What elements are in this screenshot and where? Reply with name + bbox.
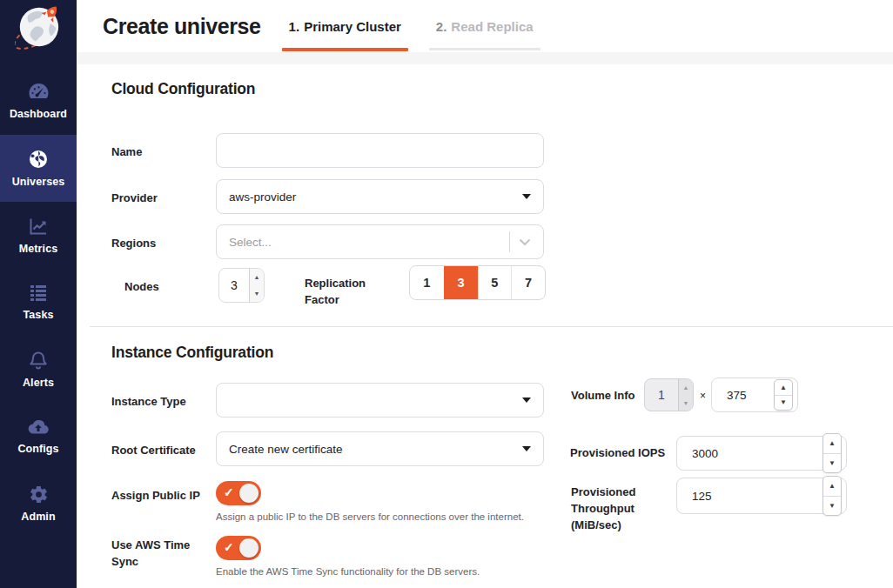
gear-icon: [29, 484, 49, 504]
instance-type-select[interactable]: [216, 383, 544, 418]
gauge-icon: [28, 83, 50, 102]
checkmark-icon: ✓: [224, 485, 234, 499]
sidebar-item-tasks[interactable]: Tasks: [0, 269, 77, 336]
chevron-down-icon: [522, 194, 531, 199]
cloud-configuration-heading: Cloud Configuration: [111, 80, 255, 98]
increment-arrow-icon: ▲: [679, 379, 693, 395]
root-certificate-select[interactable]: Create new certificate: [216, 431, 544, 466]
sidebar-item-alerts[interactable]: Alerts: [0, 336, 77, 403]
nodes-value: 3: [219, 269, 249, 302]
sidebar-item-metrics[interactable]: Metrics: [0, 202, 77, 269]
tab-label: Read Replica: [451, 19, 533, 34]
provisioned-iops-stepper: ▲ ▼: [822, 433, 842, 473]
wizard-tabs: 1. Primary Cluster 2. Read Replica: [282, 0, 561, 52]
page-title: Create universe: [103, 14, 261, 39]
root-certificate-label: Root Certificate: [111, 442, 196, 458]
assign-public-ip-toggle[interactable]: ✓: [216, 481, 261, 505]
decrement-arrow-icon[interactable]: ▼: [823, 453, 841, 472]
sidebar-item-label: Universes: [12, 176, 65, 188]
volume-size-field[interactable]: 375 ▲ ▼: [711, 378, 798, 412]
provisioned-iops-value: 3000: [692, 447, 718, 460]
sidebar-item-configs[interactable]: Configs: [0, 403, 77, 470]
increment-arrow-icon[interactable]: ▲: [775, 380, 792, 395]
tab-number: 1.: [289, 19, 300, 34]
aws-time-sync-label: Use AWS Time Sync: [111, 537, 198, 570]
bell-icon: [28, 350, 49, 371]
decrement-arrow-icon: ▼: [679, 395, 693, 411]
regions-placeholder: Select...: [229, 236, 506, 249]
provisioned-throughput-stepper: ▲ ▼: [822, 476, 842, 516]
aws-time-sync-toggle[interactable]: ✓: [216, 536, 261, 560]
provisioned-iops-field[interactable]: 3000 ▲ ▼: [676, 436, 847, 471]
toggle-knob: [239, 538, 258, 558]
select-separator: [509, 231, 510, 252]
tab-number: 2.: [436, 19, 447, 34]
chevron-down-icon: [522, 446, 531, 451]
aws-time-sync-help: Enable the AWS Time Sync functionality f…: [216, 566, 480, 577]
volume-count-stepper: 1 ▲ ▼: [644, 378, 694, 411]
increment-arrow-icon[interactable]: ▲: [250, 269, 264, 285]
sidebar-item-label: Configs: [17, 443, 58, 455]
sidebar-item-admin[interactable]: Admin: [0, 470, 77, 537]
sidebar-item-universes[interactable]: Universes: [0, 135, 77, 202]
sidebar: Dashboard Universes Metrics: [0, 0, 77, 588]
rf-option-7[interactable]: 7: [511, 266, 545, 299]
decrement-arrow-icon[interactable]: ▼: [250, 285, 264, 302]
sidebar-item-label: Metrics: [19, 243, 57, 255]
replication-factor-group: 1 3 5 7: [409, 265, 546, 300]
sidebar-item-dashboard[interactable]: Dashboard: [0, 68, 77, 135]
provisioned-throughput-label: Provisioned Throughput (MiB/sec): [571, 484, 667, 533]
root-certificate-value: Create new certificate: [229, 443, 522, 456]
toggle-knob: [239, 484, 258, 503]
list-icon: [28, 284, 49, 303]
instance-type-label: Instance Type: [111, 393, 186, 410]
universe-name-input[interactable]: [216, 133, 544, 168]
nodes-stepper[interactable]: 3 ▲ ▼: [218, 268, 265, 303]
tab-read-replica[interactable]: 2. Read Replica: [429, 0, 540, 52]
stepper-buttons: ▲ ▼: [678, 379, 693, 411]
volume-info-label: Volume Info: [571, 387, 634, 404]
page-header: Create universe 1. Primary Cluster 2. Re…: [77, 0, 893, 52]
assign-public-ip-label: Assign Public IP: [111, 487, 200, 504]
tab-primary-cluster[interactable]: 1. Primary Cluster: [282, 0, 408, 52]
regions-label: Regions: [111, 235, 156, 251]
rf-option-5[interactable]: 5: [478, 266, 512, 299]
chevron-down-icon: [519, 238, 531, 246]
tab-label: Primary Cluster: [304, 19, 401, 34]
provider-value: aws-provider: [229, 190, 522, 204]
provisioned-throughput-value: 125: [692, 490, 712, 503]
create-universe-page: Dashboard Universes Metrics: [0, 0, 893, 588]
inactive-tab-underline: [429, 48, 540, 50]
app-logo[interactable]: [0, 2, 77, 52]
sidebar-item-label: Alerts: [23, 377, 54, 389]
name-label: Name: [111, 144, 142, 160]
regions-multiselect[interactable]: Select...: [216, 224, 544, 259]
decrement-arrow-icon[interactable]: ▼: [823, 496, 841, 515]
assign-public-ip-help: Assign a public IP to the DB servers for…: [216, 511, 524, 522]
section-divider: [90, 326, 893, 327]
increment-arrow-icon[interactable]: ▲: [823, 477, 841, 496]
volume-size-stepper: ▲ ▼: [774, 379, 793, 411]
increment-arrow-icon[interactable]: ▲: [823, 434, 841, 453]
chart-icon: [28, 216, 49, 237]
cloud-upload-icon: [27, 418, 50, 437]
rf-option-1[interactable]: 1: [410, 266, 444, 299]
nodes-label: Nodes: [124, 278, 159, 295]
rf-option-3-selected[interactable]: 3: [444, 266, 478, 299]
sidebar-item-label: Tasks: [23, 309, 53, 321]
decrement-arrow-icon[interactable]: ▼: [775, 395, 792, 410]
active-tab-underline: [282, 48, 408, 51]
provisioned-throughput-field[interactable]: 125 ▲ ▼: [676, 478, 847, 514]
sidebar-nav: Dashboard Universes Metrics: [0, 68, 77, 537]
replication-factor-label: Replication Factor: [305, 275, 366, 308]
header-divider-strip: [77, 52, 893, 64]
volume-size-value: 375: [727, 389, 747, 402]
instance-configuration-heading: Instance Configuration: [111, 344, 273, 362]
planet-rocket-logo-icon: [15, 3, 62, 50]
checkmark-icon: ✓: [224, 540, 234, 554]
provider-label: Provider: [111, 190, 158, 206]
provider-select[interactable]: aws-provider: [216, 179, 544, 214]
provisioned-iops-label: Provisioned IOPS: [570, 444, 665, 461]
volume-count-value: 1: [645, 379, 678, 411]
stepper-buttons: ▲ ▼: [249, 269, 264, 302]
